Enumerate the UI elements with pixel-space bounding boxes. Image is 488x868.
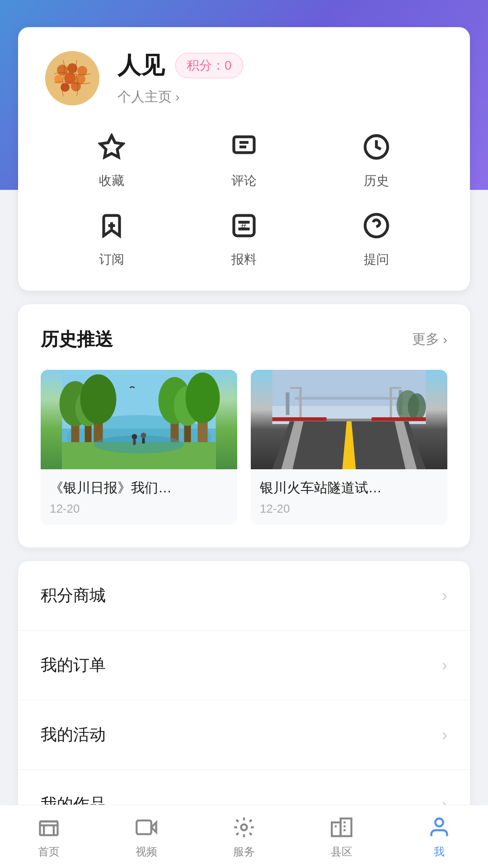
svg-rect-47 (295, 397, 404, 400)
score-badge: 积分：0 (175, 53, 243, 78)
profile-info: 人见 积分：0 个人主页 › (117, 50, 243, 106)
subscribe-button[interactable]: 订阅 (45, 208, 178, 268)
news-title-park: 《银川日报》我们… (41, 469, 237, 502)
svg-rect-45 (286, 392, 290, 415)
report-icon: # (226, 208, 262, 244)
svg-rect-10 (234, 137, 254, 153)
svg-point-49 (408, 393, 426, 420)
svg-rect-40 (133, 439, 136, 445)
svg-rect-55 (300, 388, 302, 420)
news-date-park: 12-20 (41, 502, 237, 525)
svg-point-39 (132, 434, 137, 439)
profile-name: 人见 (117, 50, 164, 81)
svg-rect-69 (332, 822, 341, 836)
quick-actions-grid: 收藏 评论 (45, 129, 443, 268)
svg-rect-58 (390, 387, 401, 389)
county-nav-label: 县区 (331, 844, 352, 859)
news-grid: 《银川日报》我们… 12-20 (41, 370, 447, 525)
question-icon (358, 208, 394, 244)
home-icon (36, 815, 61, 840)
nav-mine[interactable]: 我 (390, 805, 488, 868)
subscribe-icon (94, 208, 130, 244)
my-activities-label: 我的活动 (41, 724, 106, 746)
comments-label: 评论 (231, 172, 257, 189)
svg-rect-57 (390, 388, 392, 420)
news-item-road[interactable]: 银川火车站隧道试… 12-20 (251, 370, 447, 525)
my-activities-arrow-icon: › (442, 726, 447, 745)
question-button[interactable]: 提问 (310, 208, 443, 268)
my-orders-label: 我的订单 (41, 654, 106, 676)
my-orders-arrow-icon: › (442, 656, 447, 675)
more-arrow-icon: › (443, 332, 447, 347)
score-shop-label: 积分商城 (41, 585, 106, 607)
nav-service[interactable]: 服务 (195, 805, 293, 868)
svg-point-68 (241, 824, 247, 830)
video-nav-label: 视频 (136, 844, 157, 859)
history-button[interactable]: 历史 (310, 129, 443, 189)
history-section: 历史推送 更多 › (18, 304, 470, 547)
profile-link-arrow-icon: › (175, 90, 179, 104)
svg-point-38 (94, 435, 184, 453)
menu-item-score-shop[interactable]: 积分商城 › (18, 561, 470, 631)
favorites-button[interactable]: 收藏 (45, 129, 178, 189)
bottom-nav: 首页 视频 服务 (0, 805, 488, 868)
profile-card: 人见 积分：0 个人主页 › 收藏 (18, 27, 470, 291)
svg-point-75 (435, 818, 443, 826)
favorites-label: 收藏 (99, 172, 124, 189)
svg-rect-56 (291, 387, 302, 389)
service-icon (231, 815, 257, 840)
favorites-icon (94, 129, 130, 165)
history-icon (358, 129, 394, 165)
comments-button[interactable]: 评论 (178, 129, 310, 189)
avatar[interactable] (45, 51, 99, 105)
profile-top: 人见 积分：0 个人主页 › (45, 50, 443, 106)
history-section-title: 历史推送 (41, 327, 113, 352)
svg-point-41 (141, 433, 146, 438)
svg-rect-59 (272, 417, 327, 421)
profile-name-row: 人见 积分：0 (117, 50, 243, 81)
svg-point-37 (186, 373, 220, 423)
menu-item-my-orders[interactable]: 我的订单 › (18, 631, 470, 700)
svg-marker-9 (100, 136, 123, 157)
nav-video[interactable]: 视频 (98, 805, 195, 868)
news-title-road: 银川火车站隧道试… (251, 469, 447, 502)
svg-rect-66 (136, 820, 151, 834)
history-label: 历史 (364, 172, 389, 189)
profile-homepage-link[interactable]: 个人主页 › (117, 88, 243, 106)
user-icon (427, 815, 452, 840)
report-button[interactable]: # 报料 (178, 208, 310, 268)
svg-text:#: # (240, 221, 246, 232)
report-label: 报料 (231, 251, 257, 268)
service-nav-label: 服务 (233, 844, 255, 859)
nav-county[interactable]: 县区 (293, 805, 390, 868)
svg-rect-70 (341, 818, 352, 836)
mine-nav-label: 我 (434, 844, 445, 859)
video-icon (134, 815, 159, 840)
svg-rect-42 (142, 438, 145, 443)
news-item-park[interactable]: 《银川日报》我们… 12-20 (41, 370, 237, 525)
county-icon (329, 815, 354, 840)
news-date-road: 12-20 (251, 502, 447, 525)
nav-home[interactable]: 首页 (0, 805, 98, 868)
home-nav-label: 首页 (38, 844, 60, 859)
comments-icon (226, 129, 262, 165)
history-section-header: 历史推送 更多 › (41, 327, 447, 352)
svg-point-31 (80, 374, 117, 424)
svg-rect-60 (372, 417, 426, 421)
question-label: 提问 (364, 251, 389, 268)
svg-rect-61 (40, 821, 58, 835)
menu-item-my-activities[interactable]: 我的活动 › (18, 700, 470, 770)
score-shop-arrow-icon: › (442, 586, 447, 605)
subscribe-label: 订阅 (99, 251, 124, 268)
history-more-link[interactable]: 更多 › (412, 330, 447, 349)
